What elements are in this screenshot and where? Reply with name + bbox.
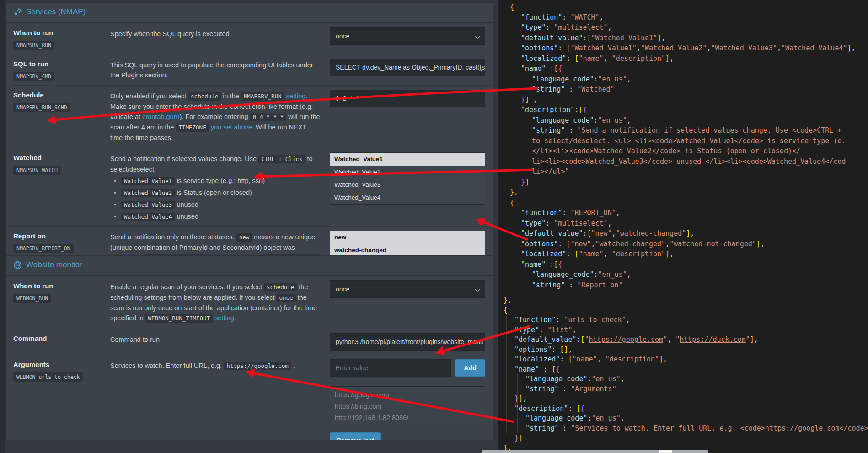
code-line: .. — [510, 290, 868, 296]
setting-code-badge: WEBMON_urls_to_check — [13, 372, 83, 382]
description-block: This SQL query is used to populate the c… — [110, 60, 321, 80]
inline-code: once — [277, 294, 296, 302]
text: Command to run — [110, 336, 160, 343]
setting-row-watched: Watched NMAPSRV_WATCH Send a notificatio… — [6, 148, 493, 226]
setting-code-badge: NMAPSRV_WATCH — [13, 166, 61, 175]
setting-label: Report on — [13, 231, 101, 240]
json-code-panel: {"function": "WATCH","type": "multiselec… — [498, 0, 868, 453]
setting-code-badge: NMAPSRV_CMD — [13, 72, 54, 81]
text: is service type (e.g.: http, ssh) — [175, 177, 265, 184]
setting-label: Arguments — [13, 359, 101, 368]
horizontal-scrollbar[interactable] — [482, 450, 708, 453]
text: in the — [221, 92, 241, 100]
inline-code: schedule — [188, 92, 221, 101]
watched-multiselect[interactable]: Watched_Value1Watched_Value2Watched_Valu… — [330, 152, 485, 205]
settings-page: Services (NMAP) When to run NMAPSRV_RUN … — [0, 0, 498, 453]
setting-label: Command — [13, 333, 101, 342]
setting-label: Schedule — [13, 90, 101, 99]
multiselect-option[interactable]: Watched_Value3 — [330, 178, 485, 191]
json-snippet-urls-to-check: },{"function": "urls_to_check","type": "… — [504, 296, 868, 453]
code-line: to select/deselect. <ul> <li><code>Watch… — [510, 136, 868, 146]
code-line: li></ul>" — [510, 167, 868, 177]
inline-code: Watched_Value1 — [121, 177, 175, 185]
setting-description: Specify when the SQL query is executed. — [110, 27, 321, 50]
code-line: "string" : "Report on" — [510, 280, 868, 291]
code-line: "options": ["Watched_Value1","Watched_Va… — [510, 43, 868, 54]
setting-code-badge: NMAPSRV_REPORT_ON — [13, 244, 74, 253]
select-value: once — [336, 286, 349, 293]
services-nmap-card: Services (NMAP) When to run NMAPSRV_RUN … — [5, 2, 493, 287]
when-to-run-select[interactable]: once — [330, 27, 485, 45]
input-value: python3 /home/pi/pialert/front/plugins/w… — [336, 338, 483, 345]
url-list-box[interactable]: https://google.comhttps://bing.comhttp:/… — [330, 386, 485, 426]
row-label-cell: Schedule NMAPSRV_RUN_SCHD — [13, 90, 101, 144]
horizontal-scrollbar-thumb[interactable] — [659, 450, 672, 453]
code-line: "language_code":"en_us", — [510, 270, 868, 280]
code-line: "string" : "Send a notification if selec… — [510, 125, 868, 136]
setting-description: Enable a regular scan of your services. … — [110, 280, 321, 324]
setting-row-webmon-run: When to run WEBMON_RUN Enable a regular … — [6, 276, 493, 329]
description-block: Enable a regular scan of your services. … — [110, 282, 321, 324]
setting-code-badge: WEBMON_RUN — [13, 294, 51, 303]
setting-row-schedule: Schedule NMAPSRV_RUN_SCHD Only enabled i… — [6, 85, 493, 148]
text: This SQL query is used to populate the c… — [110, 61, 313, 79]
code-line: </li><li><code>Watched_Value2</code> is … — [510, 146, 868, 156]
remove-last-button[interactable]: Remove last — [330, 432, 381, 440]
inline-link[interactable]: setting — [286, 92, 306, 100]
code-line: }] , — [510, 95, 868, 105]
setting-description: Command to run — [110, 333, 321, 351]
chevron-down-icon — [475, 33, 480, 38]
multiselect-option[interactable]: Watched_Value4 — [330, 191, 485, 204]
command-input[interactable]: python3 /home/pi/pialert/front/plugins/w… — [330, 333, 485, 351]
code-line: }, — [510, 187, 868, 198]
code-line: "function": "urls_to_check", — [504, 315, 868, 325]
code-line: "language_code":"en_us", — [510, 115, 868, 126]
services-icon — [13, 8, 22, 16]
row-label-cell: Command — [13, 333, 101, 351]
input-placeholder: Enter value — [336, 364, 368, 372]
setting-description: Only enabled if you select schedule in t… — [110, 90, 321, 144]
text: unused — [175, 213, 198, 220]
url-list-item: http://192.168.1.82:8086/ — [335, 412, 480, 424]
description-block: Watched_Value3 unused — [110, 200, 321, 210]
code-line: "function": "REPORT_ON", — [510, 208, 868, 218]
inline-code: new — [236, 233, 252, 242]
code-line: "string" : "Watched" — [510, 84, 868, 95]
code-line: "language_code":"en_us", — [504, 374, 868, 384]
description-block: Watched_Value1 is service type (e.g.: ht… — [110, 176, 321, 186]
inline-code: Watched_Value3 — [121, 201, 175, 209]
card-title: Services (NMAP) — [26, 7, 86, 16]
inline-code: WEBMON_RUN_TIMEOUT — [145, 314, 213, 323]
inline-link[interactable]: you set above — [211, 124, 252, 131]
add-button[interactable]: Add — [455, 359, 485, 377]
sql-query-input[interactable]: SELECT dv.dev_Name as Object_PrimaryID, … — [330, 59, 485, 76]
multiselect-option[interactable]: Watched_Value1 — [330, 153, 485, 166]
code-line: }] — [510, 177, 868, 188]
code-line: { — [510, 2, 868, 12]
setting-row-command: Command Command to run python3 /home/pi/… — [6, 329, 493, 355]
text: unused — [175, 201, 198, 208]
description-block: Specify when the SQL query is executed. — [110, 29, 321, 39]
schedule-cron-input[interactable]: 0 2 * * * — [330, 90, 485, 107]
url-entry-input[interactable]: Enter value — [330, 359, 451, 377]
row-label-cell: When to run WEBMON_RUN — [13, 280, 101, 324]
inline-code: NMAPSRV_RUN — [241, 92, 284, 101]
select-value: once — [336, 32, 349, 40]
setting-label: Watched — [13, 152, 101, 162]
code-line: "options": ["new","watched-changed","wat… — [510, 239, 868, 249]
webmon-when-to-run-select[interactable]: once — [330, 280, 485, 298]
code-line: "default_value":["https://google.com", "… — [504, 335, 868, 345]
multiselect-option[interactable]: Watched_Value2 — [330, 166, 485, 178]
code-line: "type": "multiselect", — [510, 22, 868, 33]
input-value: SELECT dv.dev_Name as Object_PrimaryID, … — [336, 64, 485, 71]
setting-row-arguments: Arguments WEBMON_urls_to_check Services … — [6, 355, 493, 440]
row-label-cell: SQL to run NMAPSRV_CMD — [13, 59, 101, 81]
row-label-cell: When to run NMAPSRV_RUN — [13, 27, 101, 50]
multiselect-option[interactable]: new — [330, 231, 485, 244]
code-line: "type": "list", — [504, 325, 868, 335]
inline-link[interactable]: setting — [214, 314, 234, 322]
multiselect-option[interactable]: watched-changed — [330, 244, 485, 257]
code-line: "string" : "Arguments" — [504, 384, 868, 394]
inline-link[interactable]: crontab.guru — [142, 113, 179, 120]
code-line: "language_code":"en_us", — [504, 414, 868, 424]
